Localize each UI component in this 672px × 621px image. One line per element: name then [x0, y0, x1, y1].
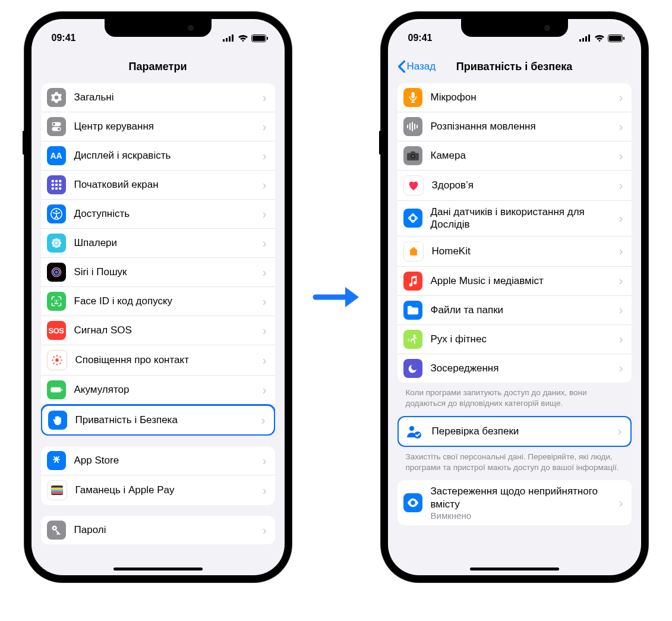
svg-rect-5	[253, 36, 265, 41]
svg-point-41	[53, 356, 55, 358]
folder-icon	[403, 301, 422, 320]
hand-icon	[48, 411, 67, 430]
chevron-right-icon: ›	[263, 207, 267, 221]
svg-rect-11	[51, 180, 53, 182]
row-label: Центр керування	[74, 120, 259, 133]
row-sos[interactable]: SOS Сигнал SOS ›	[41, 316, 275, 345]
battery-icon	[251, 34, 268, 42]
svg-point-72	[412, 502, 414, 504]
svg-rect-46	[61, 389, 62, 391]
svg-rect-3	[232, 34, 234, 42]
svg-rect-56	[585, 36, 587, 42]
svg-point-28	[57, 239, 60, 242]
status-icons	[579, 34, 624, 42]
svg-point-10	[58, 128, 60, 130]
chevron-right-icon: ›	[619, 274, 623, 288]
svg-rect-16	[59, 184, 61, 186]
row-privacy[interactable]: Приватність і Безпека ›	[41, 404, 275, 436]
row-wallet[interactable]: Гаманець і Apple Pay ›	[41, 475, 275, 505]
svg-rect-54	[579, 39, 581, 42]
row-label: Загальні	[74, 91, 259, 103]
row-label: Приватність і Безпека	[75, 414, 258, 426]
row-label: Дисплей і яскравість	[74, 149, 259, 162]
chevron-right-icon: ›	[263, 324, 267, 338]
accessibility-icon	[47, 204, 66, 223]
row-label: Початковий екран	[74, 178, 259, 191]
nav-bar: Параметри	[31, 52, 285, 83]
row-home-screen[interactable]: Початковий екран ›	[41, 171, 275, 200]
row-safety-check[interactable]: Перевірка безпеки ›	[397, 416, 632, 447]
row-files[interactable]: Файли та папки ›	[397, 296, 632, 325]
group-footer: Коли програми запитують доступ до даних,…	[397, 387, 632, 416]
svg-point-68	[412, 155, 414, 157]
svg-point-38	[56, 364, 58, 365]
row-media[interactable]: Apple Music і медіавміст ›	[397, 267, 632, 296]
heart-icon	[403, 175, 424, 196]
chevron-right-icon: ›	[263, 178, 267, 192]
svg-rect-1	[226, 38, 228, 42]
research-icon	[403, 209, 422, 228]
eye-warning-icon	[403, 493, 422, 512]
chevron-right-icon: ›	[619, 212, 623, 225]
row-label: Камера	[431, 149, 616, 162]
home-icon	[403, 241, 424, 261]
row-label: Siri і Пошук	[74, 266, 259, 278]
notch	[461, 19, 568, 37]
row-focus[interactable]: Зосередження ›	[397, 354, 632, 383]
row-general[interactable]: Загальні ›	[41, 83, 275, 112]
row-display[interactable]: AA Дисплей і яскравість ›	[41, 141, 275, 171]
row-motion[interactable]: Рух і фітнес ›	[397, 325, 632, 354]
wifi-icon	[594, 34, 605, 42]
row-accessibility[interactable]: Доступність ›	[41, 200, 275, 229]
row-research[interactable]: Дані датчиків і використання для Досліді…	[397, 201, 632, 237]
row-microphone[interactable]: Мікрофон ›	[397, 83, 632, 112]
row-label: Face ID і код допуску	[74, 295, 259, 307]
privacy-list[interactable]: Мікрофон › Розпізнання мовлення › Камера…	[388, 83, 641, 575]
wallet-icon	[47, 480, 67, 500]
row-battery[interactable]: Акумулятор ›	[41, 376, 275, 405]
chevron-right-icon: ›	[263, 383, 267, 397]
home-indicator[interactable]	[470, 568, 559, 570]
row-sensitive[interactable]: Застереження щодо неприйнятного вмісту В…	[397, 480, 632, 525]
row-label: Акумулятор	[74, 383, 259, 396]
svg-point-35	[58, 300, 59, 301]
svg-point-33	[55, 271, 58, 274]
svg-rect-6	[267, 37, 268, 40]
row-homekit[interactable]: HomeKit ›	[397, 237, 632, 267]
svg-point-44	[59, 362, 61, 364]
settings-list[interactable]: Загальні › Центр керування › AA Дисплей …	[31, 83, 285, 575]
row-exposure[interactable]: Сповіщення про контакт ›	[41, 345, 275, 376]
svg-rect-2	[229, 36, 231, 42]
svg-rect-18	[55, 187, 57, 190]
mic-icon	[403, 88, 422, 107]
svg-rect-59	[609, 36, 621, 41]
camera-icon	[403, 146, 422, 165]
key-icon	[47, 521, 66, 540]
svg-rect-13	[59, 180, 61, 182]
row-appstore[interactable]: App Store ›	[41, 446, 275, 475]
back-button[interactable]: Назад	[397, 60, 436, 73]
notch	[105, 19, 212, 37]
row-passwords[interactable]: Паролі ›	[41, 516, 275, 544]
home-indicator[interactable]	[113, 568, 203, 570]
siri-icon	[47, 263, 66, 282]
chevron-right-icon: ›	[263, 484, 267, 497]
svg-rect-15	[55, 184, 57, 186]
phone-right: 09:41 Назад Приватність і безпека Мікроф…	[381, 12, 648, 582]
row-speech[interactable]: Розпізнання мовлення ›	[397, 112, 632, 141]
row-control-center[interactable]: Центр керування ›	[41, 112, 275, 141]
chevron-right-icon: ›	[263, 91, 267, 105]
row-wallpaper[interactable]: Шпалери ›	[41, 229, 275, 258]
row-health[interactable]: Здоров’я ›	[397, 171, 632, 201]
row-label: Шпалери	[74, 237, 259, 249]
svg-point-21	[55, 210, 57, 212]
chevron-right-icon: ›	[619, 149, 623, 163]
svg-rect-61	[411, 92, 414, 99]
svg-rect-49	[51, 490, 63, 492]
row-camera[interactable]: Камера ›	[397, 141, 632, 171]
row-siri[interactable]: Siri і Пошук ›	[41, 258, 275, 287]
chevron-right-icon: ›	[263, 149, 267, 163]
row-label: Рух і фітнес	[431, 333, 616, 345]
group-footer: Захистіть свої персональні дані. Перевір…	[397, 452, 632, 480]
row-faceid[interactable]: Face ID і код допуску ›	[41, 287, 275, 316]
